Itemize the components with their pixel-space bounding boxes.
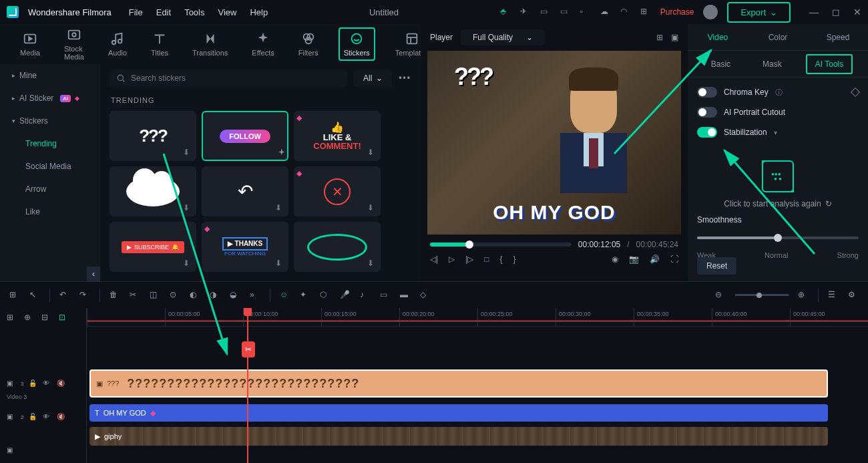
ai-portrait-toggle[interactable]: [697, 107, 717, 118]
tab-filters[interactable]: Filters: [294, 29, 322, 59]
effect-icon[interactable]: ✦: [300, 290, 310, 301]
prev-button[interactable]: ◁|: [430, 255, 438, 264]
sticker-thought-bubble[interactable]: ⬇: [110, 166, 196, 216]
quality-dropdown[interactable]: Full Quality⌄: [461, 29, 545, 45]
caption-icon[interactable]: ▬: [400, 290, 411, 301]
zoom-in-icon[interactable]: ⊕: [798, 290, 809, 301]
video-preview[interactable]: ??? OH MY GOD: [427, 51, 681, 235]
crop-icon[interactable]: ◫: [150, 290, 160, 301]
download-icon[interactable]: ⬇: [367, 259, 378, 269]
preview-scrubber[interactable]: [430, 243, 572, 247]
mute-icon[interactable]: 🔇: [57, 379, 65, 388]
tab-effects[interactable]: Effects: [248, 29, 278, 59]
playhead[interactable]: [247, 308, 248, 463]
image-icon[interactable]: ▣: [671, 33, 678, 42]
purchase-link[interactable]: Purchase: [660, 7, 694, 17]
fullscreen-icon[interactable]: ⛶: [670, 255, 678, 264]
tab-stock-media[interactable]: Stock Media: [60, 25, 88, 63]
close-button[interactable]: ✕: [853, 7, 861, 17]
cloud-icon[interactable]: ☁: [600, 7, 611, 17]
sidebar-item-ai-sticker[interactable]: AI StickerAI◆: [0, 87, 100, 110]
visibility-icon[interactable]: 👁: [43, 413, 51, 422]
send-icon[interactable]: ✈: [520, 7, 531, 17]
gift-icon[interactable]: ⬘: [500, 7, 511, 17]
download-icon[interactable]: ⬇: [367, 148, 378, 158]
tab-video[interactable]: Video: [688, 26, 748, 49]
clip-title[interactable]: TOH MY GOD ◆: [89, 404, 828, 422]
sticker-x-circle[interactable]: ◆✕⬇: [294, 166, 381, 216]
track-title[interactable]: TOH MY GOD ◆: [87, 403, 868, 423]
chroma-key-toggle[interactable]: [697, 87, 717, 98]
tab-titles[interactable]: Titles: [147, 29, 172, 59]
undo-icon[interactable]: ↶: [59, 290, 70, 301]
user-avatar[interactable]: [703, 5, 718, 19]
more-button[interactable]: •••: [399, 73, 411, 83]
apps-icon[interactable]: ⊞: [640, 7, 651, 17]
lock-icon[interactable]: 🔓: [29, 413, 37, 422]
sidebar-sub-social-media[interactable]: Social Media: [0, 155, 100, 178]
subtab-mask[interactable]: Mask: [754, 55, 790, 73]
ai-icon[interactable]: ☺: [280, 290, 290, 301]
menu-file[interactable]: File: [129, 7, 143, 17]
timeline-ruler[interactable]: 00:00:05:00 00:00:10:00 00:00:15:00 00:0…: [87, 308, 868, 327]
device-icon[interactable]: ▭: [540, 7, 551, 17]
cut-indicator[interactable]: ✂: [242, 341, 255, 357]
download-icon[interactable]: ⬇: [275, 203, 286, 214]
help-icon[interactable]: ⓘ: [775, 88, 783, 98]
layout-icon[interactable]: ⊞: [9, 290, 20, 301]
clip-giphy[interactable]: ▶giphy: [89, 427, 828, 446]
sticker-follow[interactable]: FOLLOW+: [202, 111, 288, 161]
sidebar-collapse-button[interactable]: ‹: [87, 267, 100, 281]
tab-color[interactable]: Color: [748, 26, 808, 49]
timeline-tracks[interactable]: 00:00:05:00 00:00:10:00 00:00:15:00 00:0…: [87, 308, 868, 463]
add-icon[interactable]: +: [279, 146, 284, 157]
headphone-icon[interactable]: ◠: [620, 7, 631, 17]
filter-dropdown[interactable]: All⌄: [354, 69, 392, 87]
color-icon[interactable]: ◑: [210, 290, 220, 301]
track-add-icon[interactable]: ⊞: [7, 313, 16, 322]
list-icon[interactable]: ☰: [828, 290, 839, 301]
tab-media[interactable]: Media: [16, 29, 44, 59]
download-icon[interactable]: ⬇: [183, 203, 194, 214]
menu-tools[interactable]: Tools: [184, 7, 204, 17]
maximize-button[interactable]: ◻: [832, 7, 840, 17]
link-icon[interactable]: ⊕: [24, 313, 33, 322]
export-button[interactable]: Export ⌄: [727, 2, 791, 23]
mute-icon[interactable]: 🔇: [57, 413, 65, 422]
sticker-arrow[interactable]: ↶⬇: [202, 166, 288, 216]
more-icon[interactable]: »: [250, 290, 260, 301]
track-video3[interactable]: ▣??? ?????????????????????????????: [87, 367, 868, 400]
lock-icon[interactable]: 🔓: [29, 379, 37, 388]
smoothness-slider[interactable]: [697, 237, 859, 239]
sticker-oval[interactable]: ⬇: [294, 222, 381, 272]
subtab-basic[interactable]: Basic: [703, 55, 738, 73]
keyframe-icon[interactable]: [851, 88, 860, 97]
subtab-ai-tools[interactable]: AI Tools: [806, 54, 853, 74]
mic-icon[interactable]: 🎤: [340, 290, 351, 301]
stop-button[interactable]: □: [484, 255, 489, 264]
snapshot-icon[interactable]: 📷: [629, 255, 639, 264]
sticker-subscribe[interactable]: ▶ SUBSCRIBE 🔔⬇: [110, 222, 196, 272]
download-icon[interactable]: ⬇: [183, 148, 194, 158]
minimize-button[interactable]: —: [809, 7, 819, 17]
volume-icon[interactable]: 🔊: [650, 255, 660, 264]
zoom-slider[interactable]: [735, 294, 789, 296]
delete-icon[interactable]: 🗑: [110, 290, 120, 301]
menu-help[interactable]: Help: [250, 7, 268, 17]
next-button[interactable]: |▷: [465, 255, 473, 264]
sidebar-item-mine[interactable]: Mine: [0, 64, 100, 87]
grid-view-icon[interactable]: ⊞: [656, 33, 663, 42]
sidebar-sub-trending[interactable]: Trending: [0, 132, 100, 155]
play-button[interactable]: ▷: [449, 255, 455, 264]
tab-audio[interactable]: Audio: [104, 29, 131, 59]
screen-icon[interactable]: ▭: [560, 7, 571, 17]
shield-icon[interactable]: ⬡: [320, 290, 331, 301]
download-icon[interactable]: ⬇: [367, 203, 378, 214]
menu-edit[interactable]: Edit: [156, 7, 171, 17]
save-icon[interactable]: ▫: [580, 7, 591, 17]
mic-icon[interactable]: ◉: [612, 255, 618, 264]
sidebar-item-stickers[interactable]: Stickers: [0, 110, 100, 132]
snap-icon[interactable]: ⊡: [59, 313, 68, 322]
visibility-icon[interactable]: 👁: [43, 379, 51, 388]
speed-icon[interactable]: ⊙: [170, 290, 180, 301]
